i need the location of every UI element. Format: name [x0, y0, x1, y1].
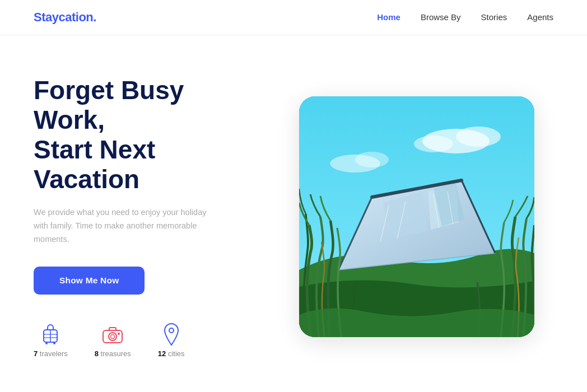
stats-row: 7 travelers: [34, 323, 258, 358]
luggage-icon: [39, 323, 62, 346]
svg-point-7: [109, 333, 117, 340]
logo-plain: cation.: [58, 10, 96, 24]
hero-title-line2: Start Next Vacation: [34, 135, 155, 194]
hero-title: Forget Busy Work, Start Next Vacation: [34, 76, 258, 194]
hero-content: Forget Busy Work, Start Next Vacation We…: [34, 76, 280, 358]
stat-cities: 12 cities: [158, 323, 185, 358]
stat-cities-count: 12: [158, 349, 166, 358]
hero-subtitle: We provide what you need to enjoy your h…: [34, 206, 213, 246]
camera-icon: [101, 323, 124, 346]
logo: Staycation.: [34, 10, 96, 25]
logo-colored: Stay: [34, 10, 58, 24]
svg-point-16: [355, 152, 389, 167]
svg-point-10: [169, 328, 174, 333]
svg-point-8: [111, 335, 115, 339]
stat-treasures-text: treasures: [101, 349, 131, 358]
nav-item-home[interactable]: Home: [377, 12, 400, 22]
svg-point-14: [414, 136, 453, 152]
stat-treasures: 8 treasures: [95, 323, 131, 358]
svg-point-13: [456, 127, 501, 147]
nav-link-home[interactable]: Home: [377, 12, 400, 22]
location-icon: [160, 323, 183, 346]
hero-section: Forget Busy Work, Start Next Vacation We…: [0, 35, 587, 387]
svg-point-5: [53, 342, 55, 344]
svg-point-9: [118, 333, 120, 335]
hero-title-line1: Forget Busy Work,: [34, 76, 184, 134]
stat-travelers-text: travelers: [40, 349, 68, 358]
stat-cities-label: 12 cities: [158, 349, 185, 358]
stat-treasures-label: 8 treasures: [95, 349, 131, 358]
nav-item-browse[interactable]: Browse By: [421, 12, 461, 22]
stat-treasures-count: 8: [95, 349, 99, 358]
hero-image: [299, 96, 534, 337]
svg-point-4: [45, 342, 48, 344]
stat-cities-text: cities: [168, 349, 185, 358]
stat-travelers-count: 7: [34, 349, 38, 358]
show-me-button[interactable]: Show Me Now: [34, 267, 145, 295]
nav-link-stories[interactable]: Stories: [481, 12, 507, 22]
nav-item-agents[interactable]: Agents: [527, 12, 553, 22]
stat-travelers: 7 travelers: [34, 323, 68, 358]
hero-image-area: [280, 96, 553, 337]
nav-item-stories[interactable]: Stories: [481, 12, 507, 22]
stat-travelers-label: 7 travelers: [34, 349, 68, 358]
nav-link-browse[interactable]: Browse By: [421, 12, 461, 22]
navbar: Staycation. Home Browse By Stories Agent…: [0, 0, 587, 35]
nav-links: Home Browse By Stories Agents: [377, 12, 553, 22]
nav-link-agents[interactable]: Agents: [527, 12, 553, 22]
